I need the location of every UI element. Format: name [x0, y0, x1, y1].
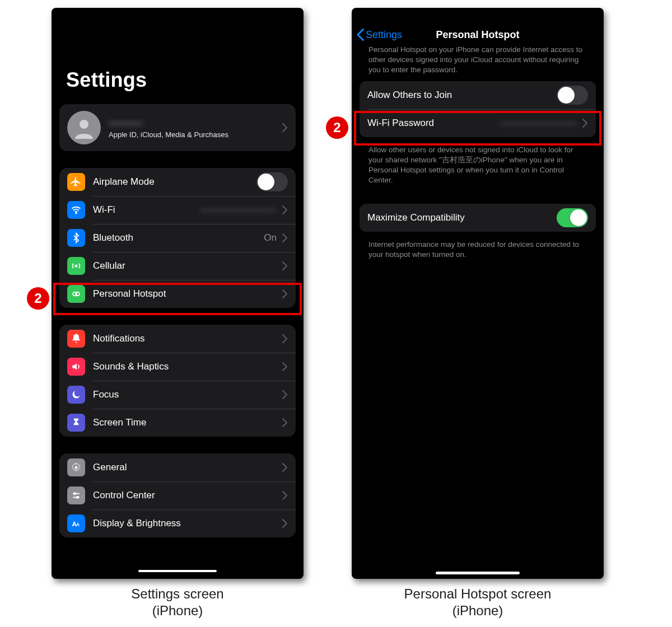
row-label: Notifications [93, 333, 145, 344]
screen-time-row[interactable]: Screen Time [59, 409, 296, 437]
step-number-badge: 2 [326, 116, 348, 139]
home-indicator [436, 572, 520, 574]
sounds-row[interactable]: Sounds & Haptics [59, 353, 296, 381]
caption-left: Settings screen(iPhone) [52, 586, 304, 619]
profile-card: ——— Apple ID, iCloud, Media & Purchases [59, 104, 296, 151]
svg-point-2 [75, 265, 77, 266]
row-label: Personal Hotspot [93, 288, 166, 300]
chevron-right-icon [282, 289, 288, 298]
allow-note: Allow other users or devices not signed … [352, 137, 604, 191]
max-compat-toggle[interactable] [557, 208, 588, 227]
row-label: Allow Others to Join [367, 90, 452, 101]
chevron-right-icon [282, 519, 288, 528]
row-label: Airplane Mode [93, 176, 155, 188]
personal-hotspot-row[interactable]: Personal Hotspot [59, 280, 296, 308]
nav-bar: Settings Personal Hotspot [352, 8, 604, 37]
chevron-right-icon [282, 463, 288, 472]
avatar [67, 111, 101, 144]
settings-group-general: General Control Center AA Display & Brig… [59, 453, 296, 537]
text-size-icon: AA [67, 514, 85, 532]
chevron-right-icon [282, 205, 288, 214]
hourglass-icon [67, 414, 85, 432]
compatibility-card: Maximize Compatibility [360, 204, 596, 232]
page-title: Settings [52, 8, 304, 104]
display-brightness-row[interactable]: AA Display & Brightness [59, 509, 296, 537]
wifi-password-row[interactable]: Wi-Fi Password ———————— [360, 109, 596, 137]
sliders-icon [67, 486, 85, 504]
svg-text:A: A [76, 522, 80, 527]
chevron-right-icon [282, 233, 288, 242]
profile-name: ——— [109, 116, 279, 129]
row-label: Screen Time [93, 417, 146, 428]
hotspot-icon [67, 285, 85, 303]
step-number-badge: 2 [27, 287, 49, 310]
moon-icon [67, 386, 85, 404]
notifications-row[interactable]: Notifications [59, 325, 296, 353]
svg-point-9 [77, 497, 78, 498]
row-label: Display & Brightness [93, 518, 181, 529]
bell-icon [67, 330, 85, 348]
chevron-right-icon [282, 418, 288, 427]
allow-others-toggle[interactable] [557, 86, 588, 105]
svg-point-1 [76, 213, 77, 214]
row-label: General [93, 462, 127, 473]
row-label: Bluetooth [93, 232, 133, 244]
cellular-row[interactable]: Cellular [59, 252, 296, 280]
nav-title: Personal Hotspot [352, 29, 604, 41]
svg-point-7 [74, 493, 76, 494]
gear-icon [67, 458, 85, 476]
intro-note: Personal Hotspot on your iPhone can prov… [352, 37, 604, 81]
wifi-network-value: ———————— [200, 204, 277, 216]
speaker-icon [67, 358, 85, 376]
svg-point-5 [75, 466, 78, 469]
svg-point-0 [80, 120, 88, 129]
row-label: Sounds & Haptics [93, 361, 169, 372]
row-label: Wi-Fi [93, 204, 115, 216]
settings-group-notifications: Notifications Sounds & Haptics Focus Scr… [59, 325, 296, 437]
settings-screen: Settings ——— Apple ID, iCloud, Media & P… [52, 8, 304, 579]
airplane-mode-row[interactable]: Airplane Mode [59, 168, 296, 196]
bluetooth-value: On [264, 232, 277, 244]
chevron-right-icon [282, 334, 288, 343]
maximize-compatibility-row[interactable]: Maximize Compatibility [360, 204, 596, 232]
bluetooth-icon [67, 229, 85, 247]
chevron-right-icon [582, 119, 588, 128]
allow-others-row[interactable]: Allow Others to Join [360, 81, 596, 109]
caption-right: Personal Hotspot screen(iPhone) [352, 586, 604, 619]
chevron-right-icon [282, 261, 288, 270]
chevron-right-icon [282, 123, 288, 132]
focus-row[interactable]: Focus [59, 381, 296, 409]
wifi-password-value: ———————— [501, 118, 577, 129]
row-label: Focus [93, 389, 119, 400]
row-label: Wi-Fi Password [367, 118, 434, 129]
wifi-row[interactable]: Wi-Fi ———————— [59, 196, 296, 224]
cellular-icon [67, 257, 85, 275]
general-row[interactable]: General [59, 453, 296, 481]
personal-hotspot-screen: Settings Personal Hotspot Personal Hotsp… [352, 8, 604, 579]
chevron-right-icon [282, 362, 288, 371]
airplane-toggle[interactable] [256, 172, 288, 191]
home-indicator [138, 570, 217, 572]
wifi-icon [67, 201, 85, 219]
airplane-icon [67, 173, 85, 191]
row-label: Cellular [93, 260, 125, 272]
control-center-row[interactable]: Control Center [59, 481, 296, 509]
bluetooth-row[interactable]: Bluetooth On [59, 224, 296, 252]
chevron-right-icon [282, 390, 288, 399]
row-label: Maximize Compatibility [367, 212, 465, 223]
apple-id-row[interactable]: ——— Apple ID, iCloud, Media & Purchases [59, 104, 296, 151]
chevron-right-icon [282, 491, 288, 500]
settings-group-connectivity: Airplane Mode Wi-Fi ———————— Bluetooth O… [59, 168, 296, 308]
profile-subtitle: Apple ID, iCloud, Media & Purchases [109, 130, 279, 139]
allow-others-card: Allow Others to Join Wi-Fi Password ————… [360, 81, 596, 137]
row-label: Control Center [93, 490, 155, 501]
maxcompat-note: Internet performance may be reduced for … [352, 232, 604, 265]
